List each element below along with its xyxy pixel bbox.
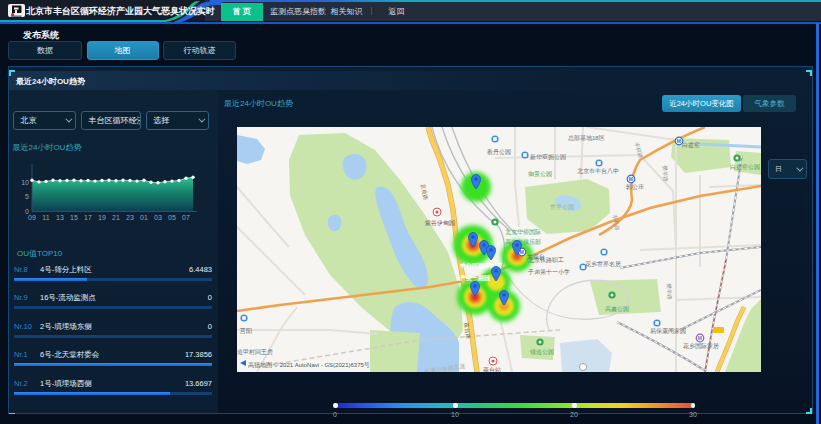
svg-text:M: M: [629, 176, 633, 182]
svg-text:高德地图 © 2021 AutoNavi - GS(2021: 高德地图 © 2021 AutoNavi - GS(2021)6375号: [248, 361, 370, 369]
svg-text:北京市丰台八中: 北京市丰台八中: [577, 167, 619, 175]
svg-text:03: 03: [154, 214, 162, 221]
svg-text:总部基地18区: 总部基地18区: [567, 134, 605, 142]
svg-text:樊羊路: 樊羊路: [666, 283, 673, 300]
svg-text:世界公园: 世界公园: [550, 204, 574, 211]
svg-text:17: 17: [84, 214, 92, 221]
svg-text:M: M: [677, 138, 681, 144]
svg-text:01: 01: [140, 214, 148, 221]
svg-text:紫谷伊甸园: 紫谷伊甸园: [424, 219, 455, 227]
svg-text:13: 13: [56, 214, 64, 221]
svg-text:花乡国际家居: 花乡国际家居: [683, 342, 719, 350]
svg-text:高尔夫俱乐部: 高尔夫俱乐部: [505, 238, 541, 246]
svg-text:5: 5: [25, 193, 29, 200]
svg-text:19: 19: [98, 214, 106, 221]
svg-text:樊羊路: 樊羊路: [662, 165, 669, 182]
svg-text:御景公园: 御景公园: [528, 171, 552, 178]
svg-text:11: 11: [42, 214, 49, 221]
svg-text:花乡世界名居: 花乡世界名居: [585, 261, 621, 268]
svg-text:造甲村回王房: 造甲村回王房: [237, 348, 273, 356]
svg-text:锻造公园: 锻造公园: [530, 349, 554, 356]
svg-text:白盆窑: 白盆窑: [682, 141, 700, 149]
svg-text:10: 10: [21, 179, 29, 186]
svg-text:09: 09: [28, 214, 36, 221]
svg-text:07: 07: [182, 214, 190, 221]
svg-text:15: 15: [70, 214, 78, 221]
svg-text:莒阳: 莒阳: [239, 328, 252, 335]
svg-text:郭公庄: 郭公庄: [625, 183, 644, 191]
svg-text:葆台站: 葆台站: [483, 367, 501, 372]
svg-text:北京铁路职工: 北京铁路职工: [528, 256, 564, 264]
svg-text:白盆窑公园: 白盆窑公园: [730, 163, 760, 171]
svg-text:高鑫公园: 高鑫公园: [605, 305, 629, 313]
svg-text:23: 23: [126, 214, 134, 221]
svg-text:看丹公园: 看丹公园: [486, 148, 511, 156]
svg-text:子弟第十一小学: 子弟第十一小学: [527, 268, 570, 276]
svg-text:21: 21: [112, 214, 120, 221]
svg-text:新华双拥公园: 新华双拥公园: [530, 153, 566, 161]
svg-text:易保康闸家园: 易保康闸家园: [650, 327, 686, 335]
svg-text:05: 05: [168, 214, 176, 221]
svg-text:北京华侨国际: 北京华侨国际: [505, 228, 541, 236]
svg-text:产业一期园: 产业一期园: [459, 274, 490, 282]
svg-text:M: M: [698, 335, 702, 341]
